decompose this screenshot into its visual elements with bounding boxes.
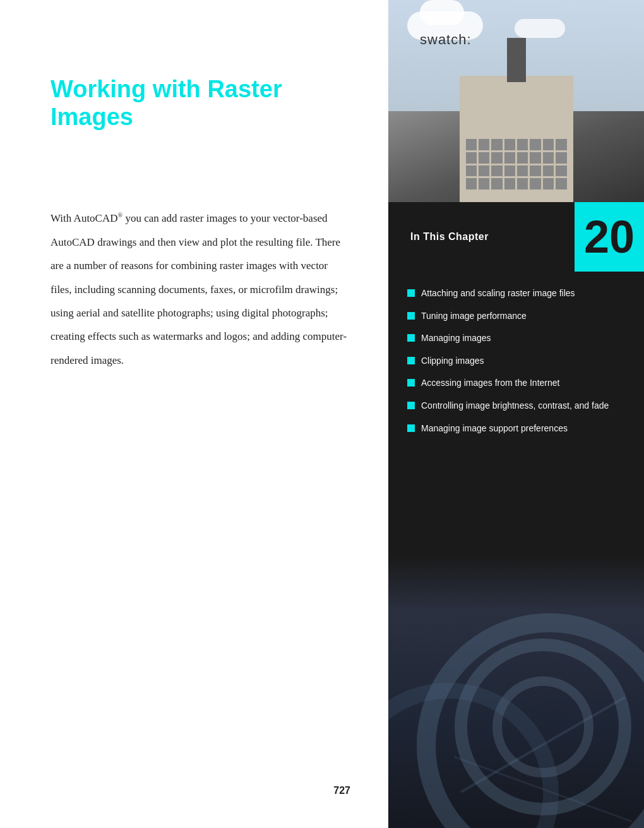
list-item-text: Accessing images from the Internet	[421, 377, 559, 390]
building-windows	[466, 139, 567, 189]
page-container: Working with Raster Images With AutoCAD®…	[0, 0, 644, 828]
building	[460, 76, 573, 202]
list-item: Clipping images	[407, 355, 625, 368]
cloud-2	[515, 19, 565, 38]
bullet-icon	[407, 312, 415, 320]
chapter-number: 20	[575, 202, 644, 272]
bullet-icon	[407, 424, 415, 432]
decorative-bottom	[388, 556, 644, 828]
list-item-text: Clipping images	[421, 355, 484, 368]
chapter-photo: swatch:	[388, 0, 644, 202]
list-item-text: Tuning image performance	[421, 310, 527, 323]
bullet-icon	[407, 379, 415, 387]
list-item: Managing images	[407, 332, 625, 345]
chapter-list: Attaching and scaling raster image files…	[388, 272, 644, 464]
body-text: With AutoCAD® you can add raster images …	[51, 207, 350, 372]
list-item: Tuning image performance	[407, 310, 625, 323]
list-item-text: Managing images	[421, 332, 491, 345]
list-item: Managing image support preferences	[407, 423, 625, 435]
page-number: 727	[333, 785, 350, 796]
chapter-banner: In This Chapter 20	[388, 202, 644, 272]
list-item-text: Controlling image brightness, contrast, …	[421, 400, 609, 412]
list-item-text: Managing image support preferences	[421, 423, 568, 435]
in-this-chapter-label: In This Chapter	[388, 231, 575, 243]
left-column: Working with Raster Images With AutoCAD®…	[0, 0, 388, 828]
list-item-text: Attaching and scaling raster image files	[421, 287, 575, 300]
building-top	[507, 38, 526, 82]
chapter-title: Working with Raster Images	[51, 76, 350, 131]
bullet-icon	[407, 334, 415, 342]
bullet-icon	[407, 402, 415, 409]
swatch-label: swatch:	[420, 32, 472, 48]
list-item: Attaching and scaling raster image files	[407, 287, 625, 300]
bullet-icon	[407, 289, 415, 297]
list-item: Accessing images from the Internet	[407, 377, 625, 390]
list-item: Controlling image brightness, contrast, …	[407, 400, 625, 412]
bullet-icon	[407, 357, 415, 364]
chapter-content-area: Attaching and scaling raster image files…	[388, 272, 644, 828]
right-column: swatch: In This Chapter 20 Attaching and…	[388, 0, 644, 828]
